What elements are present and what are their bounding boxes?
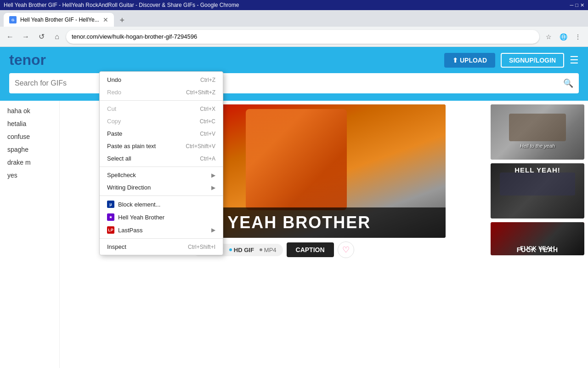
ctx-inspect[interactable]: Inspect Ctrl+Shift+I (100, 241, 223, 253)
content-area: haha ok hetalia confuse spaghe drake m y… (0, 101, 588, 368)
mp4-option[interactable]: MP4 (260, 247, 277, 253)
ctx-select-all-label: Select all (107, 155, 131, 162)
address-icons: ☆ 🌐 ⋮ (542, 30, 584, 43)
back-button[interactable]: ← (4, 30, 17, 43)
sidebar-item-1[interactable]: hetalia (7, 118, 52, 129)
ctx-hell-yeah[interactable]: ★ Hell Yeah Brother (100, 211, 223, 224)
search-box: 🔍 (9, 73, 579, 93)
search-input[interactable] (15, 79, 563, 87)
ctx-block-element[interactable]: μ Block element... (100, 198, 223, 211)
ctx-lastpass[interactable]: LP LastPass ▶ (100, 224, 223, 236)
tab-favicon: G (9, 16, 17, 23)
ctx-inspect-shortcut: Ctrl+Shift+I (188, 244, 215, 250)
reload-button[interactable]: ↺ (35, 30, 48, 43)
ctx-undo-shortcut: Ctrl+Z (200, 77, 215, 83)
ctx-sep-2 (100, 167, 223, 167)
tenor-logo[interactable]: tenor (9, 52, 46, 69)
ctx-paste-shortcut: Ctrl+V (200, 131, 215, 137)
tenor-header: tenor ⬆ UPLOAD SIGNUP/LOGIN ☰ (0, 47, 588, 73)
ctx-paste-plain[interactable]: Paste as plain text Ctrl+Shift+V (100, 140, 223, 152)
ctx-cut-label: Cut (107, 105, 116, 112)
address-bar: ← → ↺ ⌂ ☆ 🌐 ⋮ (0, 27, 588, 47)
ctx-block-label: Block element... (118, 201, 161, 208)
ctx-undo-label: Undo (107, 76, 121, 83)
favorite-button[interactable]: ♡ (338, 242, 354, 258)
browser-icon[interactable]: 🌐 (557, 30, 570, 43)
ctx-copy-label: Copy (107, 118, 121, 125)
sidebar-item-5[interactable]: yes (7, 170, 52, 181)
mp4-dot (260, 248, 262, 251)
header-right: ⬆ UPLOAD SIGNUP/LOGIN ☰ (444, 53, 579, 68)
ctx-writing-direction-label: Writing Direction (107, 184, 151, 191)
ctx-cut: Cut Ctrl+X (100, 103, 223, 115)
menu-button[interactable]: ☰ (570, 54, 579, 66)
new-tab-button[interactable]: + (116, 14, 129, 27)
minimize-button[interactable]: ─ (570, 2, 574, 8)
ctx-lastpass-icon: LP (107, 226, 114, 234)
active-tab[interactable]: G Hell Yeah Brother GIF - HellYe... ✕ (4, 13, 114, 27)
tab-close-button[interactable]: ✕ (103, 16, 108, 23)
ctx-hell-yeah-label: Hell Yeah Brother (118, 214, 164, 221)
hd-gif-label: HD GIF (234, 247, 254, 253)
ctx-copy: Copy Ctrl+C (100, 115, 223, 127)
ctx-select-all-shortcut: Ctrl+A (200, 155, 215, 162)
title-bar: Hell Yeah Brother GIF - HellYeah RockAnd… (0, 0, 588, 10)
sidebar-item-2[interactable]: confuse (7, 131, 52, 142)
ctx-hell-yeah-icon: ★ (107, 213, 114, 221)
right-gif-1-subtitle: Hell to the yeah (491, 143, 584, 149)
tab-label: Hell Yeah Brother GIF - HellYe... (20, 17, 99, 23)
right-gif-2-title: HELL YEAH! (491, 166, 584, 174)
ctx-redo: Redo Ctrl+Shift+Z (100, 86, 223, 98)
upload-button[interactable]: ⬆ UPLOAD (444, 53, 495, 68)
search-icon: 🔍 (563, 78, 573, 88)
ctx-spellcheck-arrow: ▶ (211, 172, 215, 178)
ctx-block-icon: μ (107, 201, 114, 208)
page-content: tenor ⬆ UPLOAD SIGNUP/LOGIN ☰ 🔍 haha ok … (0, 47, 588, 368)
forward-button[interactable]: → (19, 30, 32, 43)
ctx-paste-plain-shortcut: Ctrl+Shift+V (186, 143, 215, 150)
address-input[interactable] (66, 30, 539, 44)
more-button[interactable]: ⋮ (571, 30, 584, 43)
ctx-lastpass-label: LastPass (118, 227, 142, 234)
tab-bar: G Hell Yeah Brother GIF - HellYe... ✕ + (0, 10, 588, 27)
ctx-redo-label: Redo (107, 89, 121, 96)
ctx-sep-4 (100, 238, 223, 239)
ctx-copy-shortcut: Ctrl+C (200, 118, 215, 125)
ctx-inspect-label: Inspect (107, 243, 126, 250)
ctx-sep-3 (100, 196, 223, 196)
right-gif-1[interactable]: Hell to the yeah (491, 104, 584, 160)
right-gif-2[interactable]: HELL YEAH! (491, 163, 584, 218)
close-button[interactable]: ✕ (580, 2, 584, 8)
ctx-spellcheck-label: Spellcheck (107, 172, 136, 178)
maximize-button[interactable]: □ (575, 2, 578, 8)
signup-button[interactable]: SIGNUP/LOGIN (501, 53, 564, 68)
search-area: 🔍 (0, 73, 588, 101)
mp4-label: MP4 (264, 247, 277, 253)
ctx-redo-shortcut: Ctrl+Shift+Z (186, 89, 215, 96)
context-menu: Undo Ctrl+Z Redo Ctrl+Shift+Z Cut Ctrl+X… (99, 71, 223, 255)
window-controls[interactable]: ─ □ ✕ (570, 2, 584, 8)
ctx-select-all[interactable]: Select all Ctrl+A (100, 152, 223, 165)
ctx-paste-plain-label: Paste as plain text (107, 143, 156, 150)
ctx-spellcheck[interactable]: Spellcheck ▶ (100, 169, 223, 181)
ctx-paste-label: Paste (107, 130, 122, 137)
home-button[interactable]: ⌂ (51, 30, 63, 43)
ctx-writing-direction[interactable]: Writing Direction ▶ (100, 181, 223, 194)
sidebar-item-3[interactable]: spaghe (7, 144, 52, 155)
sidebar-item-4[interactable]: drake m (7, 157, 52, 168)
ctx-undo[interactable]: Undo Ctrl+Z (100, 74, 223, 86)
ctx-lastpass-arrow: ▶ (211, 227, 215, 233)
hd-dot (229, 248, 232, 251)
title-bar-title: Hell Yeah Brother GIF - HellYeah RockAnd… (4, 2, 239, 8)
right-gif-3[interactable]: FUCK YEAH FUCK YEAH (491, 222, 584, 255)
right-gifs: Hell to the yeah HELL YEAH! FUCK YEAH FU… (487, 101, 588, 368)
hd-gif-option[interactable]: HD GIF (229, 247, 254, 253)
ctx-sep-1 (100, 100, 223, 101)
sidebar-item-0[interactable]: haha ok (7, 105, 52, 116)
ctx-writing-arrow: ▶ (211, 184, 215, 191)
sidebar: haha ok hetalia confuse spaghe drake m y… (0, 101, 60, 368)
ctx-paste[interactable]: Paste Ctrl+V (100, 127, 223, 140)
ctx-cut-shortcut: Ctrl+X (200, 106, 215, 112)
caption-button[interactable]: CAPTION (287, 242, 334, 257)
bookmark-button[interactable]: ☆ (542, 30, 555, 43)
